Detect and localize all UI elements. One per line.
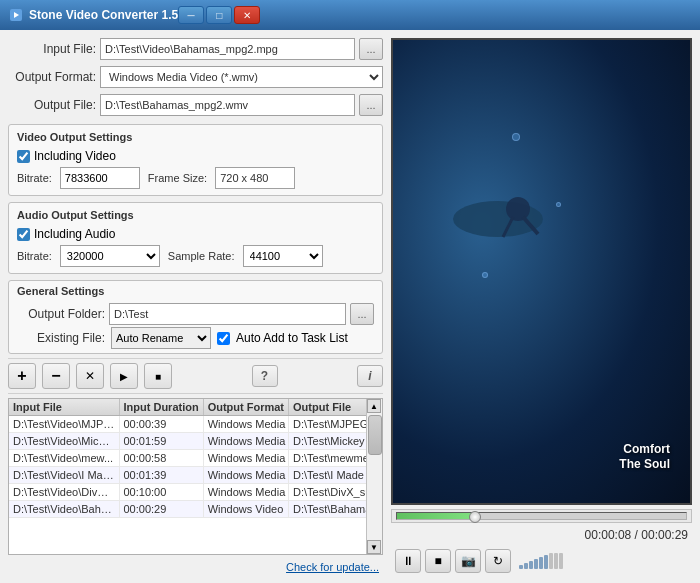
seek-container[interactable] xyxy=(391,509,692,523)
audio-settings-section: Audio Output Settings Including Audio Bi… xyxy=(8,202,383,274)
toolbar: + − ✕ ▶ ■ ? i xyxy=(8,358,383,394)
video-bitrate-label: Bitrate: xyxy=(17,172,52,184)
question-icon: ? xyxy=(261,369,268,383)
auto-add-label: Auto Add to Task List xyxy=(236,331,348,345)
cell-duration: 00:10:00 xyxy=(119,484,203,501)
vol-seg-4 xyxy=(534,559,538,569)
cell-duration: 00:00:29 xyxy=(119,501,203,518)
input-file-field[interactable] xyxy=(100,38,355,60)
output-browse-button[interactable]: ... xyxy=(359,94,383,116)
rotate-button[interactable]: ↻ xyxy=(485,549,511,573)
folder-browse-button[interactable]: ... xyxy=(350,303,374,325)
general-settings-title: General Settings xyxy=(17,285,374,297)
existing-file-select[interactable]: Auto Rename xyxy=(111,327,211,349)
vol-seg-9 xyxy=(559,553,563,569)
add-button[interactable]: + xyxy=(8,363,36,389)
camera-icon: 📷 xyxy=(461,554,476,568)
cell-output-format: Windows Media Video xyxy=(203,450,288,467)
cell-output-format: Windows Media Video xyxy=(203,433,288,450)
cell-output-format: Windows Media Video xyxy=(203,484,288,501)
table-row[interactable]: D:\Test\Video\DivX_s... 00:10:00 Windows… xyxy=(9,484,383,501)
clear-button[interactable]: ✕ xyxy=(76,363,104,389)
scroll-down-arrow[interactable]: ▼ xyxy=(367,540,381,554)
pause-button[interactable]: ⏸ xyxy=(395,549,421,573)
bubble-1 xyxy=(512,133,520,141)
general-settings-section: General Settings Output Folder: ... Exis… xyxy=(8,280,383,354)
play-icon: ▶ xyxy=(120,371,128,382)
volume-bar[interactable] xyxy=(519,553,563,569)
stop-icon: ■ xyxy=(155,371,161,382)
cell-duration: 00:00:58 xyxy=(119,450,203,467)
title-bar: Stone Video Converter 1.5 ─ □ ✕ xyxy=(0,0,700,30)
sample-rate-select[interactable]: 44100 xyxy=(243,245,323,267)
cell-output-format: Windows Media Video xyxy=(203,416,288,433)
overlay-line1: Comfort xyxy=(619,442,670,458)
close-button[interactable]: ✕ xyxy=(234,6,260,24)
output-format-select[interactable]: Windows Media Video (*.wmv) xyxy=(100,66,383,88)
table-row[interactable]: D:\Test\Video\Baha... 00:00:29 Windows V… xyxy=(9,501,383,518)
table-scrollbar[interactable]: ▲ ▼ xyxy=(366,399,382,554)
app-icon xyxy=(8,7,24,23)
audio-bitrate-select[interactable]: 320000 xyxy=(60,245,160,267)
frame-size-input[interactable] xyxy=(215,167,295,189)
table-row[interactable]: D:\Test\Video\MJPE... 00:00:39 Windows M… xyxy=(9,416,383,433)
minimize-button[interactable]: ─ xyxy=(178,6,204,24)
bubble-3 xyxy=(482,272,488,278)
including-audio-row: Including Audio xyxy=(17,227,374,241)
input-file-label: Input File: xyxy=(8,42,96,56)
clear-icon: ✕ xyxy=(85,369,95,383)
stop-button[interactable]: ■ xyxy=(144,363,172,389)
output-folder-input[interactable] xyxy=(109,303,346,325)
col-duration: Input Duration xyxy=(119,399,203,416)
stop-playback-icon: ■ xyxy=(434,554,441,568)
check-update-link[interactable]: Check for update... xyxy=(8,559,383,575)
cell-input-file: D:\Test\Video\mew... xyxy=(9,450,119,467)
table-row[interactable]: D:\Test\Video\I Mad... 00:01:39 Windows … xyxy=(9,467,383,484)
snapshot-button[interactable]: 📷 xyxy=(455,549,481,573)
cell-input-file: D:\Test\Video\I Mad... xyxy=(9,467,119,484)
cell-input-file: D:\Test\Video\Micke... xyxy=(9,433,119,450)
start-button[interactable]: ▶ xyxy=(110,363,138,389)
cell-output-format: Windows Video xyxy=(203,501,288,518)
cell-input-file: D:\Test\Video\DivX_s... xyxy=(9,484,119,501)
output-file-field[interactable] xyxy=(100,94,355,116)
pause-icon: ⏸ xyxy=(402,554,414,568)
output-file-label: Output File: xyxy=(8,98,96,112)
video-bitrate-input[interactable] xyxy=(60,167,140,189)
time-display: 00:00:08 / 00:00:29 xyxy=(391,527,692,543)
cell-input-file: D:\Test\Video\MJPE... xyxy=(9,416,119,433)
auto-add-checkbox[interactable] xyxy=(217,332,230,345)
window-title: Stone Video Converter 1.5 xyxy=(29,8,178,22)
task-table: Input File Input Duration Output Format … xyxy=(9,399,383,518)
output-format-label: Output Format: xyxy=(8,70,96,84)
help-button[interactable]: ? xyxy=(252,365,278,387)
cell-duration: 00:00:39 xyxy=(119,416,203,433)
remove-button[interactable]: − xyxy=(42,363,70,389)
table-row[interactable]: D:\Test\Video\mew... 00:00:58 Windows Me… xyxy=(9,450,383,467)
maximize-button[interactable]: □ xyxy=(206,6,232,24)
input-browse-button[interactable]: ... xyxy=(359,38,383,60)
stop-playback-button[interactable]: ■ xyxy=(425,549,451,573)
time-current: 00:00:08 xyxy=(585,528,632,542)
cell-input-file: D:\Test\Video\Baha... xyxy=(9,501,119,518)
table-row[interactable]: D:\Test\Video\Micke... 00:01:59 Windows … xyxy=(9,433,383,450)
scroll-thumb[interactable] xyxy=(368,415,382,455)
scroll-up-arrow[interactable]: ▲ xyxy=(367,399,381,413)
vol-seg-1 xyxy=(519,565,523,569)
including-video-checkbox[interactable] xyxy=(17,150,30,163)
seek-handle[interactable] xyxy=(469,511,481,523)
vol-seg-6 xyxy=(544,555,548,569)
seek-bar[interactable] xyxy=(396,512,687,520)
sample-rate-label: Sample Rate: xyxy=(168,250,235,262)
playback-controls: ⏸ ■ 📷 ↻ xyxy=(391,547,692,575)
including-audio-label: Including Audio xyxy=(34,227,115,241)
info-button[interactable]: i xyxy=(357,365,383,387)
existing-file-label: Existing File: xyxy=(17,331,105,345)
left-panel: Input File: ... Output Format: Windows M… xyxy=(8,38,383,575)
task-table-container: Input File Input Duration Output Format … xyxy=(8,398,383,555)
video-settings-section: Video Output Settings Including Video Bi… xyxy=(8,124,383,196)
including-audio-checkbox[interactable] xyxy=(17,228,30,241)
including-video-row: Including Video xyxy=(17,149,374,163)
svg-point-3 xyxy=(506,197,530,221)
vol-seg-2 xyxy=(524,563,528,569)
